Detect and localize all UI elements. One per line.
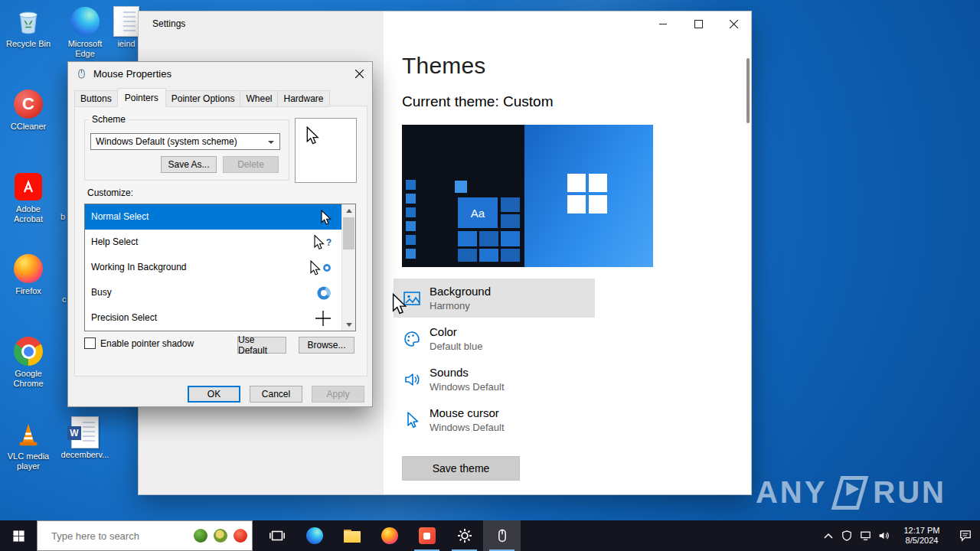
scroll-down-icon[interactable] — [342, 318, 355, 331]
scrollbar-thumb[interactable] — [343, 217, 354, 249]
pointer-row-label: Help Select — [91, 236, 138, 247]
desktop-icon-december-doc[interactable]: W decemberv... — [57, 417, 113, 460]
desktop-icon-recycle-bin[interactable]: Recycle Bin — [1, 6, 56, 49]
taskbar-sample-app-button[interactable] — [408, 520, 446, 551]
avocado-icon — [214, 529, 227, 543]
search-input[interactable] — [50, 530, 188, 543]
theme-row-mouse-cursor[interactable]: Mouse cursor Windows Default — [394, 400, 595, 439]
tray-app-button[interactable] — [838, 520, 856, 551]
taskbar-edge-button[interactable] — [296, 520, 333, 551]
save-theme-button[interactable]: Save theme — [402, 456, 520, 481]
volume-button[interactable] — [874, 520, 893, 551]
pointer-row-label: Precision Select — [91, 312, 157, 323]
desktop-icon-ccleaner[interactable]: C CCleaner — [1, 89, 56, 132]
taskbar-search-box[interactable] — [37, 520, 253, 551]
theme-row-color[interactable]: Color Default blue — [394, 319, 595, 358]
sounds-icon — [403, 370, 421, 389]
background-icon — [403, 289, 421, 308]
customize-label: Customize: — [87, 187, 133, 198]
recycle-bin-icon — [13, 6, 44, 37]
taskbar-firefox-button[interactable] — [371, 520, 408, 551]
firefox-icon — [381, 527, 398, 544]
browse-button[interactable]: Browse... — [299, 337, 354, 354]
tab-pointers[interactable]: Pointers — [117, 88, 166, 107]
theme-row-background[interactable]: Background Harmony — [394, 279, 595, 318]
scroll-up-icon[interactable] — [342, 204, 355, 217]
pointer-row-precision-select[interactable]: Precision Select — [85, 305, 348, 331]
normal-select-cursor-icon — [321, 210, 332, 225]
theme-row-title: Sounds — [430, 366, 469, 379]
chevron-down-icon — [268, 141, 274, 144]
apply-button[interactable]: Apply — [312, 386, 364, 403]
pointer-row-help-select[interactable]: Help Select ? — [85, 230, 348, 255]
pointer-row-busy[interactable]: Busy — [85, 280, 348, 305]
desktop-icon-google-chrome[interactable]: Google Chrome — [1, 336, 56, 389]
maximize-button[interactable] — [681, 11, 716, 36]
arrow-cursor-preview — [306, 126, 319, 145]
delete-button[interactable]: Delete — [223, 156, 279, 173]
checkbox-box[interactable] — [84, 337, 96, 349]
maximize-icon — [694, 20, 703, 28]
use-default-button[interactable]: Use Default — [237, 337, 286, 354]
action-center-button[interactable] — [951, 520, 980, 551]
desktop-icon-vlc[interactable]: VLC media player — [1, 419, 56, 471]
cancel-button[interactable]: Cancel — [250, 386, 302, 403]
scheme-dropdown-value: Windows Default (system scheme) — [96, 136, 237, 147]
current-theme-label: Current theme: Custom — [402, 93, 553, 110]
desktop-icon-adobe-acrobat[interactable]: Adobe Acrobat — [1, 171, 56, 224]
theme-preview-aa-tile: Aa — [458, 197, 498, 228]
taskbar: 12:17 PM 8/5/2024 — [0, 520, 980, 551]
file-explorer-icon — [344, 530, 361, 543]
ok-button[interactable]: OK — [188, 386, 240, 403]
show-hidden-icons-button[interactable] — [819, 520, 838, 551]
desktop-icon-label: CCleaner — [1, 122, 56, 132]
network-button[interactable] — [856, 520, 874, 551]
scheme-dropdown[interactable]: Windows Default (system scheme) — [90, 133, 280, 150]
listbox-scrollbar[interactable] — [341, 204, 355, 331]
system-tray: 12:17 PM 8/5/2024 — [819, 520, 980, 551]
word-document-icon: W — [70, 417, 100, 448]
tab-hardware[interactable]: Hardware — [277, 90, 329, 107]
task-view-button[interactable] — [258, 520, 296, 551]
file-icon — [111, 6, 142, 37]
close-icon — [355, 70, 364, 78]
desktop-icon-firefox[interactable]: Firefox — [1, 253, 56, 296]
theme-row-sounds[interactable]: Sounds Windows Default — [394, 360, 595, 399]
pointer-row-normal-select[interactable]: Normal Select — [85, 204, 348, 230]
precision-select-cursor-icon — [315, 310, 332, 327]
mouse-icon — [76, 68, 87, 80]
vlc-icon — [13, 419, 44, 449]
theme-preview-image: Aa — [402, 125, 653, 267]
save-as-button[interactable]: Save As... — [161, 156, 217, 173]
mouse-cursor-icon — [403, 411, 421, 429]
start-button[interactable] — [0, 520, 37, 551]
chevron-up-icon — [824, 533, 833, 539]
page-title: Themes — [402, 53, 486, 79]
theme-row-value: Default blue — [430, 341, 482, 352]
minimize-button[interactable] — [645, 11, 681, 36]
tab-buttons[interactable]: Buttons — [74, 90, 118, 107]
close-button[interactable] — [716, 11, 751, 36]
dialog-close-button[interactable] — [346, 62, 372, 85]
taskbar-settings-button[interactable] — [446, 520, 483, 551]
settings-window-title: Settings — [152, 18, 185, 29]
watermark-text-any: ANY — [756, 475, 827, 510]
theme-row-value: Harmony — [430, 300, 470, 311]
enable-pointer-shadow-checkbox[interactable]: Enable pointer shadow — [84, 337, 194, 349]
tab-wheel[interactable]: Wheel — [240, 90, 278, 107]
settings-scrollbar-thumb[interactable] — [746, 58, 750, 123]
taskbar-file-explorer-button[interactable] — [333, 520, 371, 551]
desktop-icon-label: decemberv... — [57, 450, 113, 460]
pointer-row-working-in-background[interactable]: Working In Background — [85, 255, 348, 280]
chrome-icon — [13, 336, 44, 367]
firefox-icon — [13, 253, 44, 284]
dialog-tabs: Buttons Pointers Pointer Options Wheel H… — [74, 88, 329, 107]
desktop: Recycle Bin C CCleaner Adobe Acrobat Fir… — [0, 0, 980, 551]
taskbar-mouse-properties-button[interactable] — [483, 520, 521, 551]
clock-date: 8/5/2024 — [906, 536, 939, 546]
anyrun-watermark: ANY RUN — [756, 475, 946, 510]
task-view-icon — [269, 527, 286, 544]
taskbar-clock[interactable]: 12:17 PM 8/5/2024 — [893, 520, 951, 551]
dialog-titlebar[interactable]: Mouse Properties — [68, 62, 372, 85]
tab-pointer-options[interactable]: Pointer Options — [165, 90, 241, 107]
